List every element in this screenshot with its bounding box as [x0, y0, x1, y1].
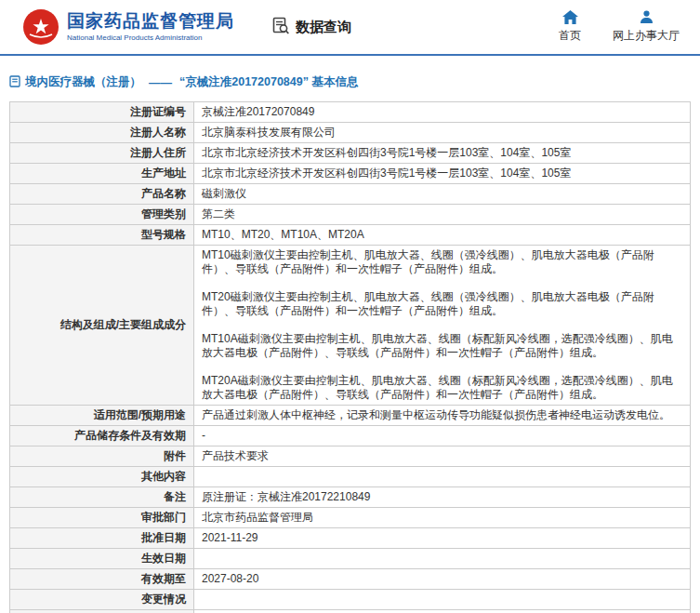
- row-value: MT10、MT20、MT10A、MT20A: [194, 225, 691, 246]
- row-label: 产品名称: [10, 184, 194, 205]
- row-label: 有效期至: [10, 569, 194, 590]
- table-row: 适用范围/预期用途 产品通过刺激人体中枢神经，记录和测量中枢运动传导功能疑似损伤…: [10, 406, 691, 426]
- breadcrumb-category: 境内医疗器械（注册）: [25, 74, 141, 90]
- nav-item-service-hall[interactable]: 网上办事大厅: [613, 10, 680, 44]
- row-label-note: 注: [10, 610, 194, 613]
- data-query-tab[interactable]: 数据查询: [271, 17, 351, 38]
- row-label: 型号规格: [10, 225, 194, 246]
- table-row: 生效日期: [10, 549, 691, 569]
- row-value: 第二类: [194, 205, 691, 225]
- row-value: 2027-08-20: [194, 569, 691, 590]
- table-row: 注册证编号 京械注准20172070849: [10, 102, 691, 123]
- row-label: 备注: [10, 487, 194, 508]
- table-row: 审批部门 北京市药品监督管理局: [10, 508, 691, 528]
- page-title: “京械注准20172070849” 基本信息: [179, 74, 358, 90]
- row-label: 审批部门: [10, 508, 194, 528]
- page-header: 国家药品监督管理局 National Medical Products Admi…: [0, 0, 700, 54]
- row-label: 批准日期: [10, 528, 194, 549]
- table-row: 注册人名称 北京脑泰科技发展有限公司: [10, 123, 691, 143]
- row-value: 磁刺激仪: [194, 184, 691, 205]
- row-value: 产品通过刺激人体中枢神经，记录和测量中枢运动传导功能疑似损伤患者神经电运动诱发电…: [194, 406, 691, 426]
- row-value: [194, 590, 691, 610]
- header-divider: [0, 54, 700, 56]
- row-value: 产品技术要求: [194, 446, 691, 467]
- table-row: 管理类别 第二类: [10, 205, 691, 225]
- table-row: 型号规格 MT10、MT20、MT10A、MT20A: [10, 225, 691, 246]
- table-row: 注册人住所 北京市北京经济技术开发区科创四街3号院1号楼一层103室、104室、…: [10, 143, 691, 164]
- row-value: [194, 467, 691, 487]
- row-value: 北京市药品监督管理局: [194, 508, 691, 528]
- row-label: 适用范围/预期用途: [10, 406, 194, 426]
- table-row: 备注 原注册证：京械注准20172210849: [10, 487, 691, 508]
- national-emblem-icon: [22, 8, 59, 46]
- row-value: MT10磁刺激仪主要由控制主机、肌电放大器、线圈（强冷线圈）、肌电放大器电极（产…: [194, 246, 691, 406]
- row-value: 北京市北京经济技术开发区科创四街3号院1号楼一层103室、104室、105室: [194, 143, 691, 164]
- home-icon: [562, 10, 578, 24]
- row-label: 注册证编号: [10, 102, 194, 123]
- table-row: 产品名称 磁刺激仪: [10, 184, 691, 205]
- row-value: -: [194, 426, 691, 446]
- row-label: 注册人名称: [10, 123, 194, 143]
- org-title-en: National Medical Products Administration: [67, 33, 234, 43]
- table-row-note: 注 详情: [10, 610, 691, 613]
- row-label: 其他内容: [10, 467, 194, 487]
- row-label: 注册人住所: [10, 143, 194, 164]
- person-icon: [640, 10, 654, 24]
- row-value-note: 详情: [194, 610, 691, 613]
- row-value: 原注册证：京械注准20172210849: [194, 487, 691, 508]
- row-label: 生效日期: [10, 549, 194, 569]
- header-nav: 首页 网上办事大厅: [559, 10, 683, 44]
- row-value: 北京市北京经济技术开发区科创四街3号院1号楼一层103室、104室、105室: [194, 164, 691, 184]
- nmpa-logo[interactable]: 国家药品监督管理局 National Medical Products Admi…: [22, 8, 234, 46]
- table-row: 其他内容: [10, 467, 691, 487]
- row-label: 产品储存条件及有效期: [10, 426, 194, 446]
- table-row: 有效期至 2027-08-20: [10, 569, 691, 590]
- nav-item-home[interactable]: 首页: [559, 10, 581, 44]
- registration-info-table: 注册证编号 京械注准20172070849 注册人名称 北京脑泰科技发展有限公司…: [9, 101, 691, 613]
- data-query-label: 数据查询: [296, 19, 351, 36]
- table-row: 批准日期 2021-11-29: [10, 528, 691, 549]
- breadcrumb-separator: ——: [149, 76, 172, 89]
- document-icon: [9, 75, 20, 90]
- row-label: 附件: [10, 446, 194, 467]
- row-value: 京械注准20172070849: [194, 102, 691, 123]
- row-value: [194, 549, 691, 569]
- table-row: 变更情况: [10, 590, 691, 610]
- row-label: 结构及组成/主要组成成分: [10, 246, 194, 406]
- table-row: 生产地址 北京市北京经济技术开发区科创四街3号院1号楼一层103室、104室、1…: [10, 164, 691, 184]
- nav-home-label: 首页: [559, 28, 581, 44]
- data-query-icon: [271, 17, 290, 38]
- row-label: 变更情况: [10, 590, 194, 610]
- row-label: 生产地址: [10, 164, 194, 184]
- org-title-cn: 国家药品监督管理局: [67, 11, 234, 32]
- row-value: 北京脑泰科技发展有限公司: [194, 123, 691, 143]
- table-row: 产品储存条件及有效期 -: [10, 426, 691, 446]
- table-row: 附件 产品技术要求: [10, 446, 691, 467]
- nav-service-hall-label: 网上办事大厅: [613, 28, 680, 44]
- row-label: 管理类别: [10, 205, 194, 225]
- row-value: 2021-11-29: [194, 528, 691, 549]
- table-row: 结构及组成/主要组成成分 MT10磁刺激仪主要由控制主机、肌电放大器、线圈（强冷…: [10, 246, 691, 406]
- breadcrumb: 境内医疗器械（注册） —— “京械注准20172070849” 基本信息: [9, 74, 691, 90]
